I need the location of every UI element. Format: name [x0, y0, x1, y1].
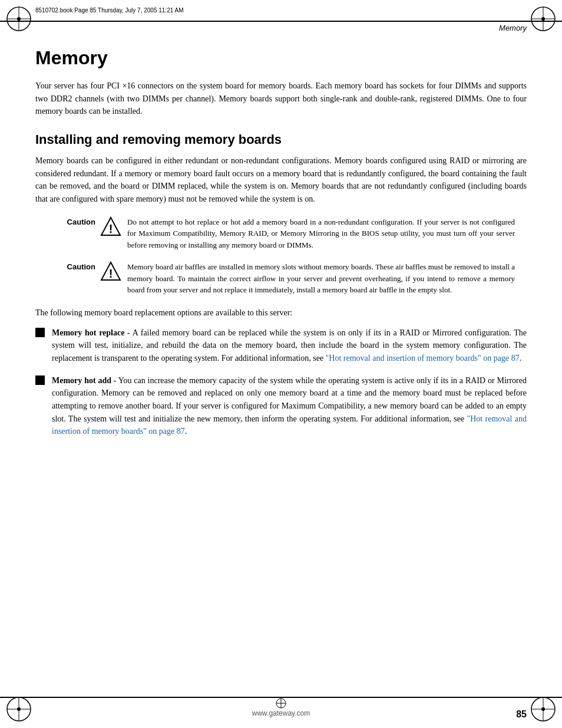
bullet-square-2 [35, 375, 45, 385]
bullet-item-1: Memory hot replace - A failed memory boa… [35, 327, 527, 365]
section-heading: Installing and removing memory boards [35, 132, 527, 147]
intro-paragraph: Your server has four PCI ×16 connectors … [35, 80, 527, 118]
corner-decoration-tl [5, 5, 33, 33]
page-number: 85 [516, 709, 527, 720]
top-bar: 8510702.book Page 85 Thursday, July 7, 2… [0, 0, 562, 21]
bullet-after-1: . [520, 354, 522, 363]
following-text: The following memory board replacement o… [35, 307, 527, 319]
main-content: Memory Your server has four PCI ×16 conn… [35, 35, 527, 693]
corner-decoration-tr [529, 5, 557, 33]
bullet-text-2: - You can increase the memory capacity o… [52, 376, 527, 423]
page-heading: Memory [35, 47, 527, 69]
top-bar-text: 8510702.book Page 85 Thursday, July 7, 2… [35, 7, 183, 14]
svg-point-7 [541, 17, 545, 21]
bullet-bold-1: Memory hot replace [52, 328, 124, 337]
top-rule [0, 21, 562, 22]
bullet-content-2: Memory hot add - You can increase the me… [52, 374, 527, 438]
caution-block-2: Caution ! Memory board air baffles are i… [59, 261, 515, 296]
bullet-square-1 [35, 328, 45, 337]
caution-label-2: Caution [59, 261, 100, 271]
svg-text:!: ! [109, 222, 113, 235]
caution-icon-1: ! [100, 216, 121, 238]
caution-text-2: Memory board air baffles are installed i… [127, 261, 515, 296]
bullet-content-1: Memory hot replace - A failed memory boa… [52, 327, 527, 365]
svg-text:!: ! [109, 267, 113, 280]
caution-block-1: Caution ! Do not attempt to hot replace … [59, 216, 515, 251]
bullet-bold-2: Memory hot add [52, 376, 111, 385]
svg-point-3 [17, 17, 21, 21]
footer: www.gateway.com 85 [0, 697, 562, 728]
caution-label-1: Caution [59, 216, 100, 226]
caution-icon-2: ! [100, 261, 121, 282]
bullet-link-1[interactable]: "Hot removal and insertion of memory boa… [326, 354, 520, 363]
caution-text-1: Do not attempt to hot replace or hot add… [127, 216, 515, 251]
bullet-after-2: . [185, 427, 187, 436]
section-body-text: Memory boards can be configured in eithe… [35, 154, 527, 206]
page: 8510702.book Page 85 Thursday, July 7, 2… [0, 0, 562, 728]
bullet-item-2: Memory hot add - You can increase the me… [35, 374, 527, 438]
bullet-list: Memory hot replace - A failed memory boa… [35, 327, 527, 439]
footer-url: www.gateway.com [252, 709, 310, 717]
chapter-title: Memory [499, 24, 527, 32]
